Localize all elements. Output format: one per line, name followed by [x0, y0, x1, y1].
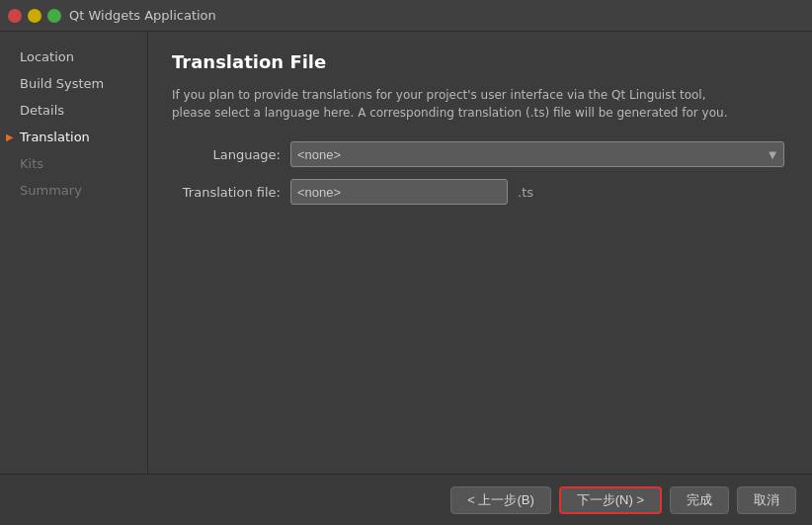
- sidebar-item-kits: Kits: [0, 150, 147, 177]
- translation-file-input[interactable]: [290, 179, 508, 205]
- ts-suffix-label: .ts: [518, 185, 533, 200]
- main-container: Location Build System Details Translatio…: [0, 32, 812, 474]
- window-title: Qt Widgets Application: [69, 8, 216, 23]
- language-row: Language: <none>: [172, 141, 788, 167]
- next-button[interactable]: 下一步(N) >: [559, 486, 662, 514]
- content-area: Translation File If you plan to provide …: [148, 32, 812, 474]
- sidebar-item-label: Build System: [20, 76, 104, 91]
- titlebar: Qt Widgets Application: [0, 0, 812, 32]
- minimize-button[interactable]: [28, 9, 41, 23]
- page-description: If you plan to provide translations for …: [172, 86, 745, 122]
- language-select[interactable]: <none>: [290, 141, 784, 167]
- cancel-button[interactable]: 取消: [737, 486, 796, 514]
- language-select-wrapper: <none>: [290, 141, 784, 167]
- titlebar-buttons: [8, 9, 61, 23]
- sidebar-item-details[interactable]: Details: [0, 97, 147, 124]
- sidebar-item-label: Kits: [20, 156, 43, 171]
- back-button[interactable]: < 上一步(B): [450, 486, 551, 514]
- maximize-button[interactable]: [47, 9, 61, 23]
- sidebar-item-build-system[interactable]: Build System: [0, 70, 147, 97]
- translation-file-label: Translation file:: [172, 185, 281, 200]
- sidebar-item-label: Translation: [20, 130, 90, 144]
- close-button[interactable]: [8, 9, 22, 23]
- bottombar: < 上一步(B) 下一步(N) > 完成 取消: [0, 474, 812, 525]
- translation-file-row: Translation file: .ts: [172, 179, 788, 205]
- sidebar: Location Build System Details Translatio…: [0, 32, 148, 474]
- page-title: Translation File: [172, 51, 788, 72]
- sidebar-item-location[interactable]: Location: [0, 44, 147, 70]
- sidebar-item-label: Summary: [20, 183, 82, 198]
- finish-button[interactable]: 完成: [670, 486, 729, 514]
- sidebar-item-summary: Summary: [0, 177, 147, 204]
- sidebar-item-translation[interactable]: Translation: [0, 124, 147, 150]
- sidebar-item-label: Details: [20, 103, 64, 118]
- language-label: Language:: [172, 147, 281, 162]
- sidebar-item-label: Location: [20, 49, 74, 64]
